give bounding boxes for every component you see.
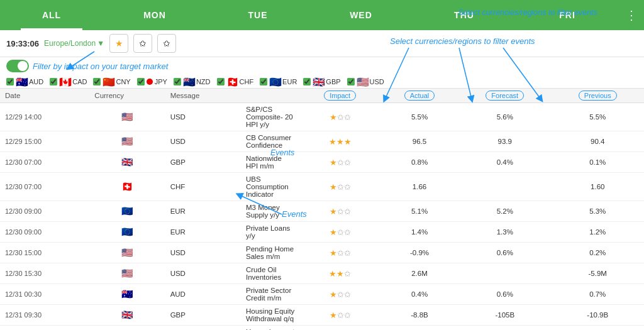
cell-impact: ★✩✩ <box>299 103 380 131</box>
cell-actual: -8.8B <box>380 305 458 326</box>
cell-forecast: 93.9 <box>458 131 551 152</box>
cell-impact: ★✩✩ <box>299 284 380 305</box>
cell-actual: 5.5% <box>380 103 458 131</box>
star-filter-2[interactable]: ✩ <box>133 34 152 53</box>
currency-usd-checkbox[interactable] <box>347 78 355 85</box>
cell-date: 12/30 07:00 <box>0 152 89 173</box>
cell-date: 12/29 15:00 <box>0 131 89 152</box>
impact-star: ★ <box>329 137 336 146</box>
cell-forecast: 247K <box>458 326 551 331</box>
timezone-selector[interactable]: Europe/London ▼ <box>44 39 104 48</box>
table-row: 12/29 15:00🇺🇸USDCB Consumer Confidence★★… <box>0 131 644 152</box>
table-row: 12/30 09:00🇪🇺EURM3 Money Supply y/y★✩✩5.… <box>0 201 644 222</box>
impact-star-empty: ✩ <box>337 290 344 299</box>
currency-cny-checkbox[interactable] <box>93 78 101 85</box>
col-header-impact: Impact <box>299 89 380 103</box>
currency-eur[interactable]: 🇪🇺 EUR <box>260 77 297 85</box>
cell-forecast: 0.6% <box>458 243 551 263</box>
nav-thu[interactable]: THU <box>413 0 516 30</box>
star-filter-3[interactable]: ✩ <box>157 34 176 53</box>
table-row: 12/31 13:30🇺🇸USDUnemployment Claims★★★28… <box>0 326 644 331</box>
cell-impact: ★★✩ <box>299 263 380 284</box>
cell-forecast: 5.6% <box>458 103 551 131</box>
star-filter-1[interactable]: ★ <box>109 34 128 53</box>
impact-star-empty: ✩ <box>344 228 351 237</box>
cell-currency-code: USD <box>165 326 241 331</box>
nzd-label: NZD <box>196 78 211 85</box>
impact-star-empty: ✩ <box>344 248 351 258</box>
more-menu-button[interactable]: ⋮ <box>619 8 644 23</box>
cell-message: CB Consumer Confidence <box>241 131 299 152</box>
currency-aud-checkbox[interactable] <box>6 78 14 85</box>
currency-cad-checkbox[interactable] <box>50 78 57 85</box>
cell-previous: 0.2% <box>551 243 644 263</box>
currency-aud[interactable]: 🇦🇺 AUD <box>6 77 43 85</box>
top-nav: ALL MON TUE WED THU FRI ⋮ <box>0 0 644 30</box>
nav-tue[interactable]: TUE <box>206 0 309 30</box>
cell-actual: 287K <box>380 326 458 331</box>
nav-wed[interactable]: WED <box>309 0 413 30</box>
timezone-label: Europe/London <box>44 39 96 48</box>
cell-actual: 2.6M <box>380 263 458 284</box>
cell-actual: -0.9% <box>380 243 458 263</box>
impact-star-empty: ✩ <box>344 311 351 320</box>
nav-fri[interactable]: FRI <box>516 0 619 30</box>
usd-flag: 🇺🇸 <box>357 77 368 85</box>
filter-toggle-row: Filter by impact on your target market <box>0 57 644 75</box>
currency-gbp-checkbox[interactable] <box>303 78 311 85</box>
cell-currency-code: AUD <box>165 284 241 305</box>
currency-nzd[interactable]: 🇳🇿 NZD <box>174 77 211 85</box>
cell-previous: 5.5% <box>551 103 644 131</box>
cell-previous: 5.3% <box>551 201 644 222</box>
cell-previous: 1.2% <box>551 222 644 243</box>
cell-currency: 🇨🇭 <box>89 173 165 201</box>
impact-star: ★ <box>330 182 337 192</box>
nav-mon[interactable]: MON <box>103 0 206 30</box>
cell-previous: 1.60 <box>551 173 644 201</box>
impact-filter-toggle[interactable] <box>6 60 29 72</box>
gbp-flag: 🇬🇧 <box>313 77 324 85</box>
cell-date: 12/30 09:00 <box>0 222 89 243</box>
table-row: 12/29 14:00🇺🇸USDS&P/CS Composite- 20 HPI… <box>0 103 644 131</box>
chf-label: CHF <box>240 78 254 85</box>
impact-star-empty: ✩ <box>344 182 351 192</box>
currency-filter-row: 🇦🇺 AUD 🇨🇦 CAD 🇨🇳 CNY JPY 🇳🇿 <box>0 75 644 89</box>
impact-star: ★ <box>344 137 352 146</box>
cell-date: 12/31 09:30 <box>0 305 89 326</box>
cell-impact: ★✩✩ <box>299 222 380 243</box>
chf-flag: 🇨🇭 <box>226 77 238 85</box>
impact-star-empty: ✩ <box>344 113 351 122</box>
cell-forecast: 0.4% <box>458 152 551 173</box>
cell-currency: 🇪🇺 <box>89 201 165 222</box>
currency-cny[interactable]: 🇨🇳 CNY <box>93 77 130 85</box>
currency-nzd-checkbox[interactable] <box>174 78 181 85</box>
cny-flag: 🇨🇳 <box>103 77 114 85</box>
cell-message: M3 Money Supply y/y <box>241 201 299 222</box>
table-row: 12/30 09:00🇪🇺EURPrivate Loans y/y★✩✩1.4%… <box>0 222 644 243</box>
eur-label: EUR <box>282 78 297 85</box>
currency-chf[interactable]: 🇨🇭 CHF <box>217 77 254 85</box>
currency-jpy[interactable]: JPY <box>137 78 167 85</box>
nav-all[interactable]: ALL <box>0 0 103 30</box>
cell-impact: ★✩✩ <box>299 152 380 173</box>
currency-chf-checkbox[interactable] <box>217 78 225 85</box>
cell-message: Private Sector Credit m/m <box>241 284 299 305</box>
cell-actual: 1.66 <box>380 173 458 201</box>
currency-eur-checkbox[interactable] <box>260 78 267 85</box>
cad-label: CAD <box>72 78 87 85</box>
cell-currency: 🇺🇸 <box>89 263 165 284</box>
col-header-message: Message <box>165 89 241 103</box>
currency-cad[interactable]: 🇨🇦 CAD <box>50 77 87 85</box>
dropdown-arrow-icon: ▼ <box>97 39 104 48</box>
cell-date: 12/30 09:00 <box>0 201 89 222</box>
currency-gbp[interactable]: 🇬🇧 GBP <box>303 77 340 85</box>
currency-usd[interactable]: 🇺🇸 USD <box>347 77 384 85</box>
impact-star: ★ <box>336 137 344 146</box>
impact-star-empty: ✩ <box>344 269 351 278</box>
events-table: Date Currency Message Impact Actual Fore… <box>0 89 644 330</box>
cell-impact: ★✩✩ <box>299 201 380 222</box>
currency-jpy-checkbox[interactable] <box>137 78 145 85</box>
cell-message: Nationwide HPI m/m <box>241 152 299 173</box>
cell-forecast <box>458 263 551 284</box>
table-row: 12/31 00:30🇦🇺AUDPrivate Sector Credit m/… <box>0 284 644 305</box>
